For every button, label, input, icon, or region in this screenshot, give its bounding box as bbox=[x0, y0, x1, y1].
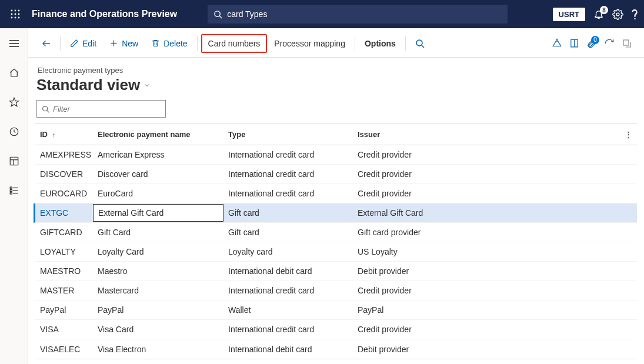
cell-id[interactable]: LOYALTY bbox=[35, 247, 93, 256]
cell-id[interactable]: MASTER bbox=[35, 286, 93, 295]
refresh-button[interactable] bbox=[604, 38, 615, 49]
svg-point-11 bbox=[616, 13, 619, 16]
global-search[interactable] bbox=[208, 5, 508, 24]
cell-id[interactable]: EUROCARD bbox=[35, 189, 93, 198]
cell-id[interactable]: AMEXPRESS bbox=[35, 150, 93, 159]
data-grid: ID ↑ Electronic payment name Type Issuer… bbox=[35, 123, 637, 359]
table-row[interactable]: DISCOVERDiscover cardInternational credi… bbox=[35, 165, 637, 184]
svg-point-8 bbox=[18, 17, 20, 19]
cell-id[interactable]: PayPal bbox=[35, 305, 93, 315]
svg-point-9 bbox=[215, 11, 220, 16]
column-header-issuer[interactable]: Issuer bbox=[353, 130, 637, 139]
personalize-button[interactable] bbox=[552, 38, 562, 49]
column-header-id[interactable]: ID ↑ bbox=[35, 130, 93, 139]
search-icon bbox=[213, 10, 222, 19]
cell-issuer: Credit provider bbox=[353, 150, 637, 159]
table-row[interactable]: PayPalPayPalWalletPayPal bbox=[35, 300, 637, 320]
cell-name[interactable]: External Gift Card bbox=[93, 204, 223, 222]
view-title-text: Standard view bbox=[36, 76, 140, 94]
cell-name[interactable]: Visa Electron bbox=[93, 345, 223, 354]
svg-point-34 bbox=[43, 106, 48, 111]
nav-favorites-button[interactable] bbox=[2, 93, 26, 112]
cell-issuer: Credit provider bbox=[353, 169, 637, 179]
svg-line-35 bbox=[47, 110, 49, 112]
grid-header-row: ID ↑ Electronic payment name Type Issuer… bbox=[35, 124, 637, 145]
back-button[interactable] bbox=[36, 38, 56, 49]
attachments-button[interactable]: 0 bbox=[586, 38, 597, 49]
nav-workspaces-button[interactable] bbox=[2, 152, 26, 171]
cell-issuer: PayPal bbox=[353, 305, 637, 315]
edit-button[interactable]: Edit bbox=[64, 35, 102, 52]
cell-name[interactable]: Gift Card bbox=[93, 228, 223, 237]
sort-ascending-icon: ↑ bbox=[52, 131, 56, 138]
cell-type: International debit card bbox=[223, 266, 353, 276]
nav-recent-button[interactable] bbox=[2, 122, 26, 141]
cell-name[interactable]: Visa Card bbox=[93, 325, 223, 334]
settings-button[interactable] bbox=[612, 9, 623, 20]
cell-id[interactable]: VISA bbox=[35, 325, 93, 334]
app-title: Finance and Operations Preview bbox=[32, 9, 177, 19]
grid-more-icon[interactable]: ⋮ bbox=[625, 130, 632, 139]
nav-expand-button[interactable] bbox=[2, 34, 26, 53]
cell-id[interactable]: EXTGC bbox=[35, 208, 93, 218]
new-label: New bbox=[122, 39, 138, 48]
table-row[interactable]: VISAVisa CardInternational credit cardCr… bbox=[35, 320, 637, 339]
delete-button[interactable]: Delete bbox=[145, 35, 193, 52]
column-header-type[interactable]: Type bbox=[223, 130, 353, 139]
trash-icon bbox=[151, 39, 160, 48]
svg-rect-17 bbox=[10, 157, 18, 165]
app-launcher-icon[interactable] bbox=[6, 9, 25, 19]
table-row[interactable]: MASTERMastercardInternational credit car… bbox=[35, 281, 637, 300]
cell-id[interactable]: VISAELEC bbox=[35, 345, 93, 354]
cell-name[interactable]: Discover card bbox=[93, 169, 223, 179]
svg-point-5 bbox=[18, 14, 20, 15]
cell-name[interactable]: EuroCard bbox=[93, 189, 223, 198]
notifications-button[interactable]: 8 bbox=[593, 9, 604, 19]
table-row[interactable]: AMEXPRESSAmerican ExpressInternational c… bbox=[35, 145, 637, 165]
cell-issuer: Credit provider bbox=[353, 189, 637, 198]
view-title[interactable]: Standard view bbox=[36, 76, 637, 94]
cell-name[interactable]: PayPal bbox=[93, 305, 223, 315]
table-row[interactable]: EUROCARDEuroCardInternational credit car… bbox=[35, 184, 637, 203]
table-row[interactable]: LOYALTYLoyalty CardLoyalty cardUS Loyalt… bbox=[35, 242, 637, 262]
options-button[interactable]: Options bbox=[359, 35, 402, 52]
page-search-button[interactable] bbox=[409, 35, 431, 52]
nav-home-button[interactable] bbox=[2, 64, 26, 82]
svg-rect-33 bbox=[623, 40, 629, 45]
breadcrumb: Electronic payment types bbox=[38, 66, 637, 75]
cell-issuer: Gift card provider bbox=[353, 228, 637, 237]
cell-name[interactable]: Loyalty Card bbox=[93, 247, 223, 256]
svg-line-32 bbox=[422, 45, 424, 48]
table-row[interactable]: GIFTCARDGift CardGift cardGift card prov… bbox=[35, 223, 637, 242]
table-row[interactable]: VISAELECVisa ElectronInternational debit… bbox=[35, 339, 637, 359]
svg-rect-20 bbox=[10, 187, 12, 189]
column-header-name[interactable]: Electronic payment name bbox=[93, 130, 223, 139]
open-in-new-button[interactable] bbox=[569, 38, 579, 48]
table-row[interactable]: EXTGCExternal Gift CardGift cardExternal… bbox=[34, 203, 637, 223]
grid-filter-input[interactable] bbox=[53, 105, 161, 113]
cell-id[interactable]: GIFTCARD bbox=[35, 228, 93, 237]
cell-issuer: Credit provider bbox=[353, 286, 637, 295]
svg-rect-21 bbox=[10, 190, 12, 192]
company-picker[interactable]: USRT bbox=[553, 8, 585, 21]
cell-id[interactable]: MAESTRO bbox=[35, 266, 93, 276]
grid-filter[interactable] bbox=[36, 100, 166, 118]
cell-name[interactable]: Mastercard bbox=[93, 286, 223, 295]
cell-issuer: Debit provider bbox=[353, 266, 637, 276]
global-search-input[interactable] bbox=[227, 9, 502, 19]
cell-id[interactable]: DISCOVER bbox=[35, 169, 93, 179]
new-button[interactable]: New bbox=[104, 35, 144, 52]
card-numbers-button[interactable]: Card numbers bbox=[201, 34, 268, 53]
cell-name[interactable]: Maestro bbox=[93, 266, 223, 276]
table-row[interactable]: MAESTROMaestroInternational debit cardDe… bbox=[35, 262, 637, 281]
card-numbers-label: Card numbers bbox=[208, 39, 261, 48]
popout-button[interactable] bbox=[622, 38, 632, 49]
left-nav-rail bbox=[0, 28, 28, 364]
nav-modules-button[interactable] bbox=[2, 181, 26, 200]
help-button[interactable] bbox=[632, 9, 638, 20]
processor-mapping-button[interactable]: Processor mapping bbox=[268, 35, 351, 52]
cell-type: International credit card bbox=[223, 150, 353, 159]
cell-name[interactable]: American Express bbox=[93, 150, 223, 159]
svg-point-3 bbox=[11, 14, 13, 15]
svg-point-31 bbox=[416, 40, 422, 46]
